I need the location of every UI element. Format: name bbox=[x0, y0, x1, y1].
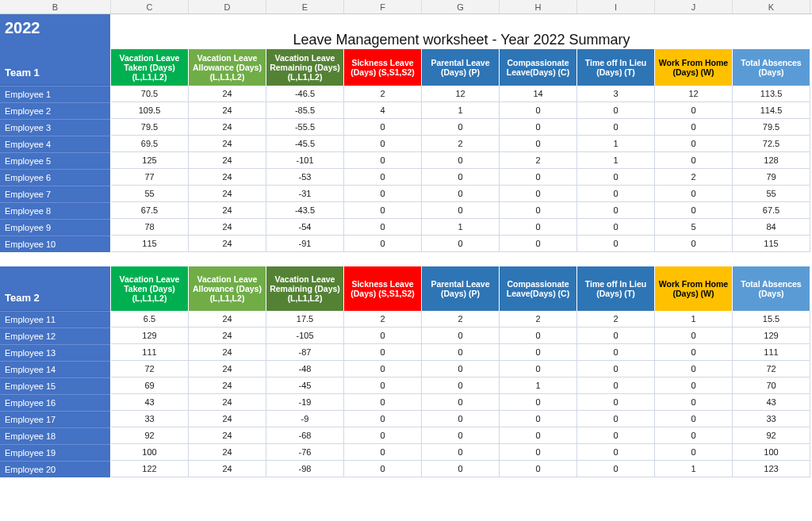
cell[interactable]: 0 bbox=[500, 169, 577, 186]
cell[interactable]: 122 bbox=[111, 461, 189, 477]
column-letter[interactable]: J bbox=[655, 0, 733, 13]
cell[interactable]: 2 bbox=[655, 169, 733, 186]
cell[interactable]: 0 bbox=[500, 328, 577, 344]
column-header[interactable]: Parental Leave (Days) (P) bbox=[422, 49, 500, 86]
column-letter[interactable]: I bbox=[577, 0, 655, 13]
employee-name[interactable]: Employee 10 bbox=[0, 236, 110, 252]
cell[interactable]: 129 bbox=[733, 328, 810, 344]
cell[interactable]: 0 bbox=[577, 411, 655, 427]
cell[interactable]: 43 bbox=[733, 394, 810, 411]
cell[interactable]: 0 bbox=[500, 444, 577, 461]
cell[interactable]: 114.5 bbox=[733, 102, 810, 119]
cell[interactable]: 0 bbox=[655, 394, 733, 411]
cell[interactable]: 0 bbox=[344, 328, 422, 344]
cell[interactable]: 92 bbox=[111, 427, 189, 444]
cell[interactable]: 24 bbox=[189, 236, 266, 252]
cell[interactable]: 0 bbox=[655, 136, 733, 152]
cell[interactable]: 72.5 bbox=[733, 136, 810, 152]
cell[interactable]: 70 bbox=[733, 377, 810, 394]
cell[interactable]: 15.5 bbox=[733, 311, 810, 328]
cell[interactable]: 0 bbox=[655, 186, 733, 202]
cell[interactable]: 0 bbox=[344, 136, 422, 152]
cell[interactable]: 0 bbox=[655, 427, 733, 444]
cell[interactable]: 0 bbox=[422, 328, 500, 344]
cell[interactable]: 129 bbox=[111, 328, 189, 344]
cell[interactable]: 24 bbox=[189, 444, 266, 461]
employee-name[interactable]: Employee 7 bbox=[0, 186, 110, 202]
cell[interactable]: 17.5 bbox=[266, 311, 344, 328]
cell[interactable]: 55 bbox=[733, 186, 810, 202]
employee-name[interactable]: Employee 14 bbox=[0, 361, 110, 377]
cell[interactable]: -105 bbox=[266, 328, 344, 344]
column-header[interactable]: Vacation Leave Remaining (Days) (L,L1,L2… bbox=[266, 266, 344, 311]
cell[interactable]: 0 bbox=[344, 361, 422, 377]
cell[interactable]: 1 bbox=[655, 311, 733, 328]
cell[interactable]: 0 bbox=[577, 169, 655, 186]
cell[interactable]: 0 bbox=[344, 219, 422, 236]
cell[interactable]: -98 bbox=[266, 461, 344, 477]
cell[interactable]: 0 bbox=[344, 119, 422, 136]
cell[interactable]: 24 bbox=[189, 377, 266, 394]
employee-name[interactable]: Employee 8 bbox=[0, 202, 110, 219]
cell[interactable]: 111 bbox=[733, 344, 810, 361]
cell[interactable]: 24 bbox=[189, 169, 266, 186]
cell[interactable]: 72 bbox=[111, 361, 189, 377]
column-letter[interactable]: G bbox=[422, 0, 500, 13]
cell[interactable]: 1 bbox=[422, 219, 500, 236]
cell[interactable]: 24 bbox=[189, 311, 266, 328]
cell[interactable]: -48 bbox=[266, 361, 344, 377]
cell[interactable]: 0 bbox=[655, 152, 733, 169]
cell[interactable]: 0 bbox=[577, 186, 655, 202]
column-header[interactable]: Vacation Leave Allowance (Days) (L,L1,L2… bbox=[189, 49, 266, 86]
cell[interactable]: 0 bbox=[577, 219, 655, 236]
cell[interactable]: 12 bbox=[422, 86, 500, 102]
column-header[interactable]: Compassionate Leave(Days) (C) bbox=[500, 266, 577, 311]
employee-name[interactable]: Employee 9 bbox=[0, 219, 110, 236]
cell[interactable]: 2 bbox=[344, 311, 422, 328]
column-header[interactable]: Sickness Leave (Days) (S,S1,S2) bbox=[344, 266, 422, 311]
cell[interactable]: 2 bbox=[577, 311, 655, 328]
cell[interactable]: 0 bbox=[344, 236, 422, 252]
cell[interactable]: 0 bbox=[344, 202, 422, 219]
cell[interactable]: 2 bbox=[500, 152, 577, 169]
cell[interactable]: 0 bbox=[500, 344, 577, 361]
cell[interactable]: 5 bbox=[655, 219, 733, 236]
cell[interactable]: 55 bbox=[111, 186, 189, 202]
cell[interactable]: 6.5 bbox=[111, 311, 189, 328]
column-header[interactable]: Parental Leave (Days) (P) bbox=[422, 266, 500, 311]
cell[interactable]: 79.5 bbox=[111, 119, 189, 136]
cell[interactable]: 24 bbox=[189, 394, 266, 411]
cell[interactable]: 0 bbox=[500, 394, 577, 411]
column-header[interactable]: Work From Home (Days) (W) bbox=[655, 49, 733, 86]
cell[interactable]: -19 bbox=[266, 394, 344, 411]
cell[interactable]: 2 bbox=[500, 311, 577, 328]
cell[interactable]: 0 bbox=[500, 361, 577, 377]
cell[interactable]: 70.5 bbox=[111, 86, 189, 102]
cell[interactable]: 24 bbox=[189, 186, 266, 202]
cell[interactable]: -9 bbox=[266, 411, 344, 427]
employee-name[interactable]: Employee 16 bbox=[0, 394, 110, 411]
cell[interactable]: -45.5 bbox=[266, 136, 344, 152]
cell[interactable]: 84 bbox=[733, 219, 810, 236]
cell[interactable]: -55.5 bbox=[266, 119, 344, 136]
cell[interactable]: 0 bbox=[344, 169, 422, 186]
column-header[interactable]: Total Absences (Days) bbox=[733, 266, 810, 311]
cell[interactable]: -85.5 bbox=[266, 102, 344, 119]
cell[interactable]: 0 bbox=[655, 236, 733, 252]
cell[interactable]: 123 bbox=[733, 461, 810, 477]
cell[interactable]: 0 bbox=[655, 444, 733, 461]
cell[interactable]: 43 bbox=[111, 394, 189, 411]
cell[interactable]: -43.5 bbox=[266, 202, 344, 219]
cell[interactable]: 0 bbox=[577, 461, 655, 477]
cell[interactable]: 0 bbox=[655, 202, 733, 219]
employee-name[interactable]: Employee 18 bbox=[0, 427, 110, 444]
cell[interactable]: 0 bbox=[577, 444, 655, 461]
cell[interactable]: 72 bbox=[733, 361, 810, 377]
cell[interactable]: 0 bbox=[577, 202, 655, 219]
employee-name[interactable]: Employee 11 bbox=[0, 311, 110, 328]
cell[interactable]: 24 bbox=[189, 411, 266, 427]
cell[interactable]: 24 bbox=[189, 119, 266, 136]
column-header[interactable]: Work From Home (Days) (W) bbox=[655, 266, 733, 311]
employee-name[interactable]: Employee 13 bbox=[0, 344, 110, 361]
column-letter[interactable]: H bbox=[500, 0, 577, 13]
